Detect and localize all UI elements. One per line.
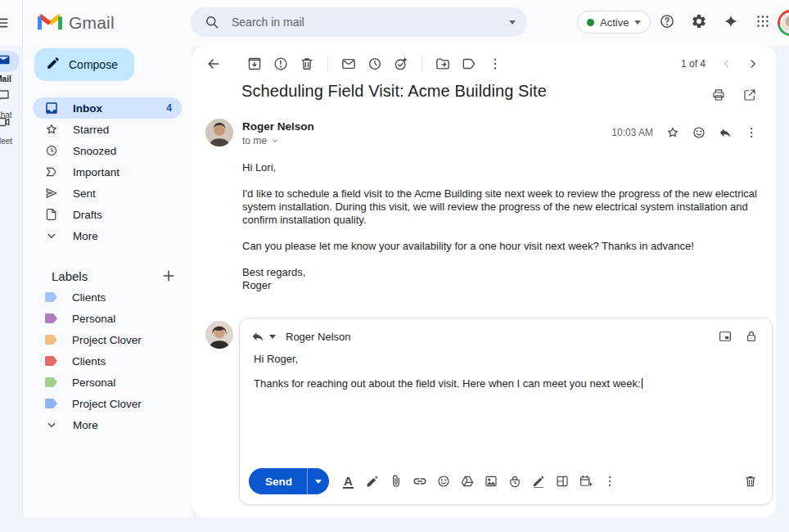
reply-author-avatar (205, 321, 233, 349)
reply-icon[interactable] (712, 119, 738, 146)
add-label-icon[interactable] (158, 265, 179, 286)
layouts-icon[interactable] (550, 470, 574, 494)
body-signature: Roger (242, 279, 773, 292)
rail-item-mail[interactable]: Mail (0, 51, 23, 83)
search-icon[interactable] (202, 12, 222, 32)
emoji-reaction-icon[interactable] (686, 119, 712, 146)
status-chip[interactable]: Active (577, 11, 651, 34)
nav-label: Inbox (73, 102, 102, 115)
label-tag-icon (45, 335, 57, 345)
meet-icon (0, 115, 11, 133)
label-tag-icon (45, 292, 57, 302)
reply-type-dropdown[interactable] (250, 329, 276, 344)
label-tag-icon (45, 356, 57, 366)
body-paragraph: Can you please let me know your availabi… (242, 240, 773, 253)
gmail-logo[interactable]: Gmail (38, 11, 115, 34)
reply-compose-card: Roger Nelson Hi Roger, Thanks for reachi… (239, 318, 773, 505)
sidebar-label-item[interactable]: Personal (33, 308, 182, 329)
sender-avatar[interactable] (205, 119, 233, 147)
labels-icon[interactable] (456, 51, 482, 77)
compose-button[interactable]: Compose (34, 48, 134, 81)
open-in-new-icon[interactable] (737, 82, 763, 108)
archive-icon[interactable] (241, 51, 268, 77)
sidebar-item-important[interactable]: Important (33, 161, 182, 183)
search-options-caret[interactable] (509, 20, 516, 25)
search-input[interactable] (232, 16, 509, 29)
reply-line: Thanks for reaching out about the field … (254, 377, 755, 390)
insert-link-icon[interactable] (408, 470, 431, 494)
more-options-icon[interactable] (597, 470, 621, 494)
send-options-caret[interactable] (307, 468, 329, 494)
label-name: Personal (72, 376, 115, 389)
star-icon[interactable] (660, 119, 686, 146)
sidebar-label-item[interactable]: Clients (33, 286, 182, 308)
nav-label: Important (73, 166, 119, 178)
pagination-label: 1 of 4 (681, 58, 706, 70)
gmail-app: Mail Chat Meet Gmail (0, 0, 789, 532)
older-email-icon[interactable] (740, 51, 766, 77)
reply-recipient-chip[interactable]: Roger Nelson (286, 331, 351, 343)
back-icon[interactable] (201, 51, 227, 77)
snooze-icon[interactable] (362, 51, 388, 77)
more-vert-icon[interactable] (738, 119, 764, 146)
add-to-tasks-icon[interactable] (388, 51, 414, 77)
email-timestamp: 10:03 AM (611, 127, 653, 138)
help-me-write-icon[interactable] (360, 470, 384, 494)
gemini-sparkle-icon[interactable] (718, 8, 744, 34)
sidebar-item-drafts[interactable]: Drafts (33, 204, 182, 225)
more-icon[interactable] (482, 51, 508, 77)
sidebar-label-item[interactable]: Clients (33, 350, 182, 372)
rail-item-meet[interactable]: Meet (0, 113, 23, 146)
insert-drive-icon[interactable] (455, 470, 479, 494)
sidebar-label-item[interactable]: Project Clover (33, 329, 182, 350)
attach-files-icon[interactable] (384, 470, 408, 494)
pop-out-icon[interactable] (715, 326, 736, 347)
sidebar-label-item[interactable]: Project Clover (33, 393, 182, 414)
search-bar[interactable] (191, 7, 527, 37)
recipient-dropdown[interactable]: to me (242, 135, 314, 147)
labels-heading: Labels (52, 269, 88, 283)
nav-label: Sent (73, 187, 96, 200)
labels-more-label: More (73, 419, 98, 431)
nav-label: Starred (73, 124, 109, 136)
nav-label: Snoozed (73, 145, 116, 157)
lock-icon[interactable] (741, 326, 762, 347)
mark-unread-icon[interactable] (336, 51, 362, 77)
email-body: Hi Lori, I'd like to schedule a field vi… (242, 161, 773, 292)
reply-editor[interactable]: Hi Roger, Thanks for reaching out about … (254, 353, 755, 402)
apps-grid-icon[interactable] (750, 8, 776, 34)
sidebar-labels-more[interactable]: More (33, 414, 182, 435)
sidebar-label-item[interactable]: Personal (33, 372, 182, 393)
rail-label: Meet (0, 137, 23, 146)
confidential-mode-icon[interactable] (503, 470, 526, 494)
gmail-m-icon (38, 11, 62, 34)
help-icon[interactable] (654, 8, 680, 34)
pencil-icon (46, 56, 61, 74)
rail-label: Mail (0, 74, 23, 83)
discard-draft-icon[interactable] (737, 468, 764, 494)
sender-name[interactable]: Roger Nelson (242, 120, 314, 133)
status-label: Active (600, 16, 629, 29)
newer-email-icon[interactable] (714, 51, 740, 77)
formatting-options-icon[interactable]: A (336, 470, 360, 494)
sidebar-item-inbox[interactable]: Inbox 4 (33, 97, 182, 119)
print-icon[interactable] (706, 82, 732, 108)
insert-emoji-icon[interactable] (431, 470, 455, 494)
sidebar-item-sent[interactable]: Sent (33, 183, 182, 204)
chevron-down-icon (44, 417, 59, 432)
move-to-icon[interactable] (430, 51, 456, 77)
delete-icon[interactable] (294, 51, 320, 77)
body-signoff: Best regards, (242, 266, 773, 279)
body-paragraph: I'd like to schedule a field visit to th… (242, 187, 773, 227)
label-tag-icon (45, 399, 57, 408)
status-caret (634, 20, 641, 25)
sidebar-item-more[interactable]: More (33, 225, 182, 246)
sidebar-item-snoozed[interactable]: Snoozed (33, 140, 182, 161)
settings-icon[interactable] (686, 8, 712, 34)
report-spam-icon[interactable] (268, 51, 294, 77)
meeting-time-icon[interactable] (574, 470, 597, 494)
sidebar-item-starred[interactable]: Starred (33, 119, 182, 140)
send-button[interactable]: Send (249, 468, 307, 494)
insert-photo-icon[interactable] (479, 470, 503, 494)
insert-signature-icon[interactable] (526, 470, 550, 494)
